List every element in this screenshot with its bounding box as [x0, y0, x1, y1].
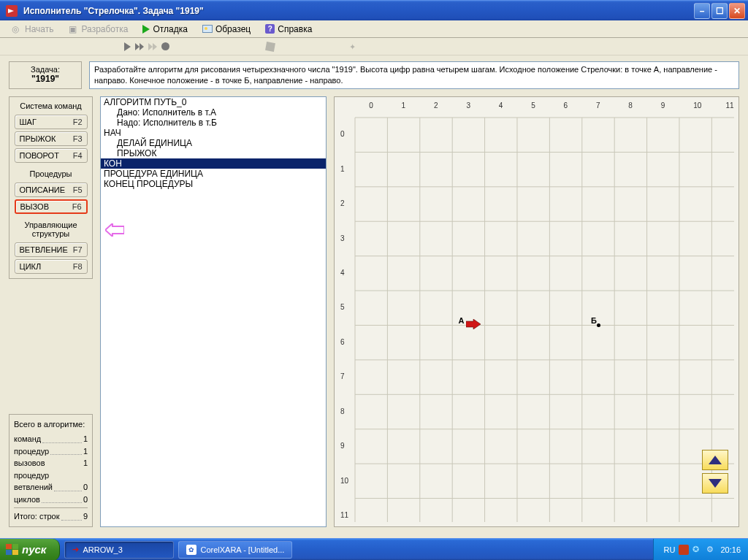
- grid-col-label: 3: [466, 101, 470, 110]
- window-titlebar: Исполнитель "Стрелочка". Задача "1919" –…: [0, 0, 748, 20]
- cmd-turn-button[interactable]: ПОВОРОТF4: [15, 148, 88, 163]
- menu-help[interactable]: ?Справка: [258, 23, 319, 36]
- cmd-describe-button[interactable]: ОПИСАНИЕF5: [15, 183, 88, 197]
- taskbar-app-arrow[interactable]: ➔ ARROW_3: [64, 541, 174, 559]
- system-tray[interactable]: RU ✪ ⚙ 20:16: [653, 539, 748, 561]
- grid-row-label: 4: [340, 269, 345, 277]
- app-icon: [6, 5, 18, 17]
- stop-icon[interactable]: [161, 42, 169, 50]
- code-line: КОНЕЦ ПРОЦЕДУРЫ: [101, 179, 326, 189]
- code-line: Надо: Исполнитель в т.Б: [101, 118, 326, 128]
- language-indicator[interactable]: RU: [664, 545, 676, 554]
- grid-row-label: 3: [340, 234, 345, 242]
- grid-row-label: 5: [340, 303, 345, 311]
- cmd-loop-button[interactable]: ЦИКЛF8: [15, 259, 88, 274]
- task-label-box: Задача: "1919": [9, 61, 82, 89]
- stats-title: Всего в алгоритме:: [14, 418, 88, 431]
- cmd-branch-button[interactable]: ВЕТВЛЕНИЕF7: [15, 242, 88, 257]
- reset-icon[interactable]: [265, 42, 275, 52]
- grid-row-label: 11: [340, 511, 348, 519]
- panel-title-structs: Управляющие структуры: [12, 220, 89, 238]
- grid-row-label: 8: [340, 407, 345, 415]
- start-button[interactable]: пуск: [0, 539, 60, 561]
- windows-logo-icon: [6, 544, 18, 555]
- code-line: АЛГОРИТМ ПУТЬ_0: [101, 97, 326, 107]
- grid-col-label: 8: [628, 101, 633, 110]
- arrow-app-icon: ➔: [72, 545, 79, 554]
- menu-develop[interactable]: ▣Разработка: [61, 23, 136, 36]
- menu-sample[interactable]: Образец: [195, 23, 258, 36]
- triangle-down-icon: [709, 479, 722, 488]
- corel-icon: ✿: [186, 545, 196, 555]
- grid-row-label: 2: [340, 199, 345, 207]
- grid-col-label: 11: [726, 101, 734, 110]
- svg-marker-26: [466, 319, 481, 329]
- grid-svg: [335, 97, 739, 526]
- code-editor[interactable]: АЛГОРИТМ ПУТЬ_0 Дано: Исполнитель в т.А …: [100, 96, 327, 527]
- grid-row-label: 0: [340, 130, 345, 138]
- code-line: ПРЫЖОК: [101, 148, 326, 158]
- run-icon[interactable]: [124, 42, 131, 51]
- picture-icon: [202, 25, 213, 33]
- grid-col-label: 6: [564, 101, 568, 110]
- code-line: НАЧ: [101, 128, 326, 138]
- panel-title-commands: Система команд: [20, 101, 82, 110]
- menu-start[interactable]: ◎Начать: [4, 23, 61, 36]
- window-maximize-button[interactable]: ☐: [711, 3, 728, 19]
- task-name: "1919": [14, 74, 77, 84]
- window-title: Исполнитель "Стрелочка". Задача "1919": [20, 6, 694, 16]
- misc-icon[interactable]: ✦: [349, 42, 359, 51]
- window-minimize-button[interactable]: –: [694, 3, 710, 19]
- task-label: Задача:: [31, 65, 60, 74]
- step-over-icon[interactable]: [148, 43, 157, 50]
- edit-icon: ▣: [69, 24, 79, 34]
- panel-title-procs: Процедуры: [29, 169, 72, 178]
- code-line-selected: КОН: [101, 158, 326, 169]
- grid-col-label: 0: [369, 101, 373, 110]
- window-close-button[interactable]: ✕: [729, 3, 745, 19]
- grid-row-label: 7: [340, 372, 345, 380]
- cmd-step-button[interactable]: ШАГF2: [15, 115, 88, 129]
- grid-canvas[interactable]: А Б 0123456789101101234567891011: [334, 96, 739, 527]
- tray-icon-3[interactable]: ⚙: [706, 545, 717, 555]
- grid-col-label: 2: [434, 101, 438, 110]
- task-description: Разработайте алгоритм для рисования четы…: [89, 61, 739, 89]
- help-icon: ?: [265, 24, 275, 34]
- code-line: Дано: Исполнитель в т.А: [101, 107, 326, 118]
- taskbar-app-corel[interactable]: ✿ CorelXARA - [Untitled...: [178, 541, 292, 559]
- grid-col-label: 1: [402, 101, 406, 110]
- menu-debug[interactable]: Отладка: [135, 23, 194, 36]
- code-line: ДЕЛАЙ ЕДИНИЦА: [101, 138, 326, 148]
- cmd-call-button[interactable]: ВЫЗОВF6: [15, 199, 88, 214]
- tray-icon-2[interactable]: ✪: [692, 545, 703, 555]
- globe-icon: ◎: [12, 24, 22, 34]
- grid-row-label: 6: [340, 338, 345, 346]
- grid-col-label: 9: [661, 101, 665, 110]
- grid-row-label: 1: [340, 165, 345, 173]
- menubar: ◎Начать ▣Разработка Отладка Образец ?Спр…: [0, 20, 748, 38]
- scroll-down-button[interactable]: [702, 473, 728, 494]
- cmd-jump-button[interactable]: ПРЫЖОКF3: [15, 131, 88, 146]
- scroll-up-button[interactable]: [702, 450, 728, 470]
- grid-col-label: 7: [596, 101, 600, 110]
- commands-panel: Система команд ШАГF2 ПРЫЖОКF3 ПОВОРОТF4 …: [9, 96, 93, 279]
- grid-col-label: 5: [531, 101, 535, 110]
- grid-col-label: 4: [499, 101, 503, 110]
- taskbar: пуск ➔ ARROW_3 ✿ CorelXARA - [Untitled..…: [0, 538, 748, 560]
- grid-row-label: 9: [340, 442, 345, 450]
- point-a-label: А: [458, 316, 464, 325]
- stats-panel: Всего в алгоритме: команд1 процедур1 выз…: [9, 414, 93, 527]
- grid-row-label: 10: [340, 477, 348, 485]
- triangle-up-icon: [709, 456, 722, 464]
- clock[interactable]: 20:16: [720, 545, 741, 554]
- point-b-label: Б: [591, 316, 597, 325]
- step-icon[interactable]: [135, 43, 144, 50]
- debug-toolbar: ✦: [0, 38, 748, 55]
- play-icon: [142, 25, 150, 34]
- grid-col-label: 10: [693, 101, 701, 110]
- executor-arrow-icon: [466, 319, 481, 331]
- code-line: ПРОЦЕДУРА ЕДИНИЦА: [101, 169, 326, 179]
- tray-icon-1[interactable]: [679, 545, 689, 555]
